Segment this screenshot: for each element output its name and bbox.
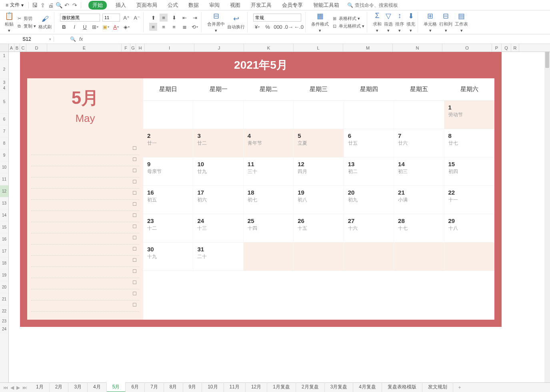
calendar-cell[interactable]: 6廿五 — [344, 129, 394, 157]
effects-icon[interactable]: ◈ — [122, 23, 130, 31]
checklist-line[interactable] — [31, 278, 139, 289]
align-middle-icon[interactable]: ≡ — [160, 14, 168, 22]
calendar-cell[interactable]: 18初七 — [244, 186, 294, 214]
cells-button[interactable]: ⊞单元格▾ — [424, 12, 437, 33]
col-header-C[interactable]: C — [20, 44, 26, 52]
col-header-N[interactable]: N — [393, 44, 442, 52]
wrap-button[interactable]: ↩自动换行 — [227, 14, 245, 30]
calendar-cell[interactable]: 13初二 — [344, 157, 394, 185]
row-header-9[interactable]: 9 — [0, 149, 8, 161]
zoom-icon[interactable]: 🔍 — [70, 36, 76, 42]
indent-dec-icon[interactable]: ⇤ — [180, 14, 188, 22]
col-header-O[interactable]: O — [442, 44, 492, 52]
calendar-cell[interactable] — [394, 243, 444, 271]
row-header-15[interactable]: 15 — [0, 221, 8, 233]
font-size-select[interactable] — [102, 14, 120, 22]
calendar-cell[interactable]: 9母亲节 — [143, 157, 193, 185]
col-header-K[interactable]: K — [244, 44, 294, 52]
font-color-icon[interactable]: A — [112, 23, 120, 31]
cell-style-button[interactable]: ⊡单元格样式▾ — [331, 23, 364, 29]
sum-button[interactable]: Σ求和▾ — [373, 12, 382, 33]
rowcol-button[interactable]: ⊟行和列▾ — [439, 12, 452, 33]
indent-inc-icon[interactable]: ⇥ — [191, 14, 199, 22]
italic-icon[interactable]: I — [70, 23, 78, 31]
calendar-cell[interactable] — [143, 101, 193, 129]
calendar-cell[interactable]: 10廿九 — [193, 157, 243, 185]
select-all-corner[interactable] — [0, 44, 9, 52]
row-header-24[interactable]: 24 — [0, 325, 8, 333]
checklist-line[interactable] — [31, 155, 139, 166]
align-top-icon[interactable]: ⬆ — [149, 14, 157, 22]
ribbon-tab-8[interactable]: 会员专享 — [280, 1, 304, 10]
row-header-14[interactable]: 14 — [0, 209, 8, 221]
col-header-R[interactable]: R — [511, 44, 519, 52]
row-header-21[interactable]: 21 — [0, 293, 8, 305]
calendar-cell[interactable]: 19初八 — [294, 186, 344, 214]
calendar-cell[interactable]: 21小满 — [394, 186, 444, 214]
col-header-J[interactable]: J — [194, 44, 244, 52]
align-bottom-icon[interactable]: ⬇ — [170, 14, 178, 22]
name-box[interactable] — [0, 36, 54, 42]
currency-icon[interactable]: ¥ — [253, 23, 261, 31]
fill-button[interactable]: ⬇填充▾ — [406, 12, 415, 33]
ribbon-tab-0[interactable]: 开始 — [88, 1, 107, 10]
col-header-H[interactable]: H — [136, 44, 145, 52]
calendar-cell[interactable] — [244, 101, 294, 129]
file-menu[interactable]: ≡ 文件 ▾ — [3, 1, 26, 9]
border-icon[interactable]: ⊞ — [91, 23, 99, 31]
calendar-cell[interactable]: 27十六 — [344, 214, 394, 242]
calendar-cell[interactable]: 8廿七 — [444, 129, 494, 157]
calendar-cell[interactable]: 1劳动节 — [444, 101, 494, 129]
row-header-3[interactable]: 3 — [0, 79, 8, 86]
ribbon-tab-9[interactable]: 智能工具箱 — [312, 1, 341, 10]
calendar-cell[interactable]: 28十七 — [394, 214, 444, 242]
number-format-select[interactable] — [253, 14, 301, 22]
fx-icon[interactable]: fx — [79, 36, 83, 42]
calendar-cell[interactable] — [344, 243, 394, 271]
row-header-1[interactable]: 1 — [0, 52, 8, 60]
percent-icon[interactable]: % — [264, 23, 272, 31]
calendar-cell[interactable]: 30十九 — [143, 243, 193, 271]
checklist-line[interactable] — [31, 300, 139, 312]
command-search[interactable]: 🔍 — [347, 2, 411, 8]
undo-icon[interactable]: ↶ — [63, 2, 70, 9]
print-icon[interactable]: 🖨 — [47, 2, 54, 9]
paste-button[interactable]: 📋粘贴▾ — [5, 12, 14, 33]
col-header-M[interactable]: M — [343, 44, 393, 52]
col-header-F[interactable]: F — [122, 44, 130, 52]
ribbon-tab-3[interactable]: 公式 — [166, 1, 180, 10]
vertical-scrollbar[interactable] — [544, 44, 550, 382]
checklist-line[interactable] — [31, 211, 139, 222]
inc-decimal-icon[interactable]: .0→ — [284, 23, 292, 31]
row-header-2[interactable]: 2 — [0, 60, 8, 79]
formula-input[interactable] — [86, 36, 550, 42]
worksheet-button[interactable]: ▤工作表▾ — [455, 12, 468, 33]
calendar-cell[interactable] — [294, 243, 344, 271]
table-style-button[interactable]: ⊞表格样式▾ — [331, 15, 364, 22]
row-header-16[interactable]: 16 — [0, 233, 8, 245]
calendar-cell[interactable] — [444, 243, 494, 271]
underline-icon[interactable]: U — [81, 23, 89, 31]
calendar-cell[interactable]: 31二十 — [193, 243, 243, 271]
calendar-cell[interactable]: 4青年节 — [244, 129, 294, 157]
row-header-8[interactable]: 8 — [0, 137, 8, 149]
checklist-line[interactable] — [31, 166, 139, 177]
merge-button[interactable]: ⊟合并居中▾ — [207, 12, 225, 33]
row-header-13[interactable]: 13 — [0, 197, 8, 209]
filter-button[interactable]: ▽筛选▾ — [384, 12, 393, 33]
row-header-12[interactable]: 12 — [0, 185, 8, 197]
checklist-line[interactable] — [31, 245, 139, 256]
ribbon-tab-2[interactable]: 页面布局 — [135, 1, 159, 10]
calendar-cell[interactable]: 2廿一 — [143, 129, 193, 157]
format-painter-button[interactable]: 🖌格式刷 — [38, 14, 52, 30]
cells-area[interactable]: 2021年5月 5月 May 星期日星期一星期二星期三星期四星期五星期六 1劳动… — [9, 52, 550, 382]
calendar-cell[interactable]: 7廿六 — [394, 129, 444, 157]
col-header-A[interactable]: A — [9, 44, 14, 52]
dec-decimal-icon[interactable]: ←.0 — [295, 23, 303, 31]
calendar-cell[interactable]: 15初四 — [444, 157, 494, 185]
col-header-B[interactable]: B — [14, 44, 20, 52]
checklist-line[interactable] — [31, 200, 139, 211]
row-header-5[interactable]: 5 — [0, 90, 8, 113]
name-box-input[interactable] — [11, 36, 43, 42]
calendar-cell[interactable]: 25十四 — [244, 214, 294, 242]
